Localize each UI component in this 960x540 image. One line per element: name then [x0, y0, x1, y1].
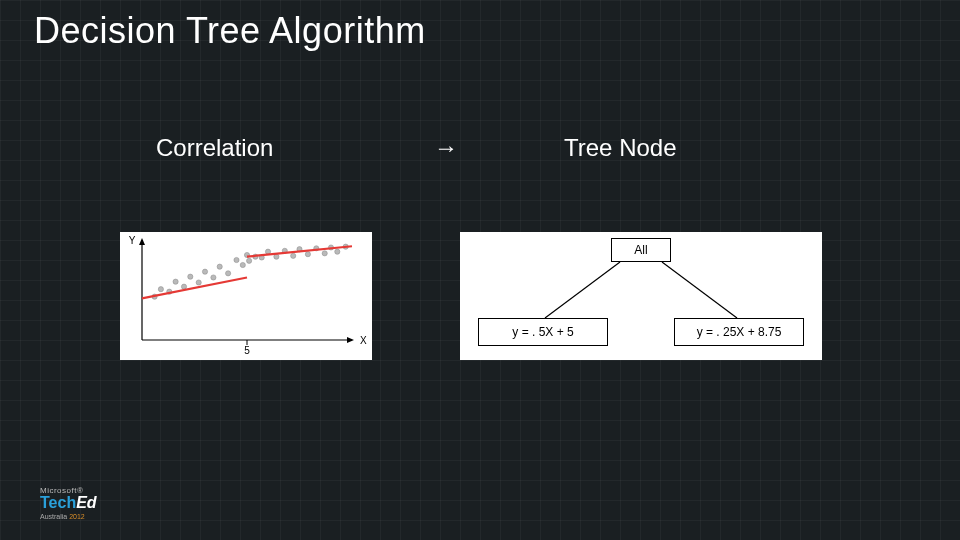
svg-text:5: 5 [244, 345, 250, 356]
svg-point-30 [305, 252, 310, 257]
label-tree-node: Tree Node [564, 134, 677, 162]
event-year: 2012 [69, 513, 85, 520]
svg-point-16 [211, 275, 216, 280]
slide-title: Decision Tree Algorithm [34, 10, 426, 52]
svg-point-18 [226, 271, 231, 276]
svg-point-34 [335, 249, 340, 254]
scatter-svg: YX5 [120, 232, 372, 360]
label-correlation: Correlation [156, 134, 273, 162]
tree-leaf-left: y = . 5X + 5 [478, 318, 608, 346]
svg-point-14 [196, 280, 201, 285]
svg-point-9 [158, 287, 163, 292]
footer-logo: Microsoft® TechEd Australia 2012 [40, 487, 97, 520]
svg-point-28 [291, 253, 296, 258]
svg-marker-2 [139, 238, 145, 245]
svg-line-36 [545, 262, 620, 318]
correlation-scatter-chart: YX5 [120, 232, 372, 360]
svg-point-19 [234, 257, 239, 262]
event-region: Australia [40, 513, 69, 520]
svg-text:Y: Y [129, 235, 136, 246]
teched-logo: TechEd [40, 495, 97, 511]
event-subline: Australia 2012 [40, 513, 97, 520]
svg-point-22 [247, 258, 252, 263]
svg-line-37 [662, 262, 737, 318]
teched-tech: Tech [40, 494, 76, 511]
arrow-icon: → [434, 134, 458, 162]
svg-text:X: X [360, 335, 367, 346]
svg-point-32 [322, 251, 327, 256]
tree-diagram: All y = . 5X + 5 y = . 25X + 8.75 [460, 232, 822, 360]
tree-root-node: All [611, 238, 671, 262]
svg-point-11 [173, 279, 178, 284]
teched-ed: Ed [76, 494, 96, 511]
tree-leaf-right: y = . 25X + 8.75 [674, 318, 804, 346]
svg-point-20 [240, 262, 245, 267]
svg-marker-3 [347, 337, 354, 343]
svg-point-12 [181, 284, 186, 289]
svg-point-17 [217, 264, 222, 269]
svg-point-15 [202, 269, 207, 274]
svg-point-13 [188, 274, 193, 279]
